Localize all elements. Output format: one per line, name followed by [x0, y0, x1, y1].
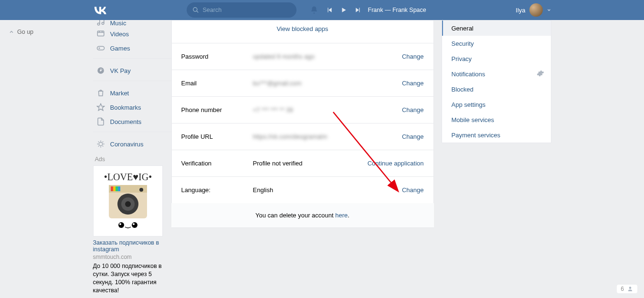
settings-panel: View blocked apps Password updated 9 mon… [171, 20, 434, 295]
prev-track-icon[interactable] [326, 7, 333, 13]
search-input[interactable] [203, 7, 279, 13]
sidebar-item-bookmarks[interactable]: Bookmarks [93, 100, 171, 114]
tab-label: Security [452, 40, 474, 47]
go-up-label: Go up [17, 29, 33, 35]
svg-point-26 [133, 223, 135, 225]
sidebar-item-vkpay[interactable]: ₽ VK Pay [93, 63, 171, 78]
notifications-icon[interactable] [310, 6, 318, 14]
setting-label: Language: [181, 186, 253, 194]
setting-row-url: Profile URL https://vk.com/deogramalm Ch… [172, 123, 433, 150]
gear-icon[interactable] [537, 70, 544, 77]
sidebar-item-games[interactable]: Games [93, 41, 171, 55]
tab-label: General [452, 25, 474, 32]
sidebar: Music Videos Games ₽ VK Pay Market [93, 20, 171, 295]
tab-label: Privacy [452, 55, 472, 62]
tab-general[interactable]: General [442, 21, 551, 36]
next-track-icon[interactable] [355, 7, 361, 13]
svg-point-2 [97, 23, 100, 25]
sidebar-item-market[interactable]: Market [93, 86, 171, 100]
svg-rect-5 [97, 46, 104, 50]
svg-rect-4 [97, 31, 104, 36]
svg-text:₽: ₽ [99, 68, 102, 72]
nav-separator [93, 81, 171, 81]
ad-block[interactable]: •LOVE♥IG• [93, 165, 171, 295]
ad-text: До 10 000 подписчиков в сутки. Запуск че… [93, 262, 171, 295]
delete-account-link[interactable]: here [335, 212, 348, 219]
svg-rect-22 [115, 219, 141, 228]
chevron-up-icon [9, 29, 14, 35]
svg-text:•LOVE♥IG•: •LOVE♥IG• [104, 172, 151, 182]
search-box[interactable] [187, 2, 296, 18]
tab-blocked[interactable]: Blocked [442, 82, 551, 97]
setting-row-password: Password updated 9 months ago Change [172, 43, 433, 70]
tab-label: Blocked [452, 86, 474, 93]
sidebar-item-music[interactable]: Music [93, 20, 171, 27]
bookmarks-icon [96, 103, 106, 112]
change-url-link[interactable]: Change [402, 133, 424, 140]
delete-account-row: You can delete your account here. [171, 203, 434, 228]
setting-row-language: Language: English Change [172, 177, 433, 203]
svg-rect-16 [116, 186, 118, 191]
svg-point-25 [119, 223, 121, 225]
user-menu[interactable]: Ilya [516, 3, 551, 17]
now-playing[interactable]: Frank — Frank Space [368, 7, 426, 13]
play-icon[interactable] [340, 7, 347, 13]
change-password-link[interactable]: Change [402, 53, 424, 60]
market-icon [96, 88, 106, 98]
svg-rect-17 [118, 186, 120, 191]
svg-point-21 [139, 188, 143, 192]
setting-label: Verification [181, 160, 253, 167]
sidebar-item-videos[interactable]: Videos [93, 27, 171, 41]
music-icon [96, 20, 106, 27]
nav-separator [93, 132, 171, 132]
svg-point-9 [99, 142, 103, 146]
tab-notifications[interactable]: Notifications [442, 66, 551, 82]
coronavirus-icon [96, 139, 106, 149]
continue-application-link[interactable]: Continue application [368, 160, 424, 167]
change-phone-link[interactable]: Change [402, 106, 424, 113]
sidebar-item-label: Music [110, 20, 127, 27]
setting-label: Email [181, 80, 253, 87]
go-up-button[interactable]: Go up [9, 29, 33, 35]
user-icon [627, 286, 633, 292]
setting-label: Phone number [181, 106, 253, 113]
svg-marker-8 [97, 104, 104, 111]
search-icon [192, 7, 199, 13]
change-language-link[interactable]: Change [402, 186, 424, 194]
setting-row-verification: Verification Profile not verified Contin… [172, 150, 433, 177]
sidebar-item-label: VK Pay [110, 67, 131, 74]
setting-value: +7 *** *** ** 39 [253, 106, 402, 113]
nav-separator [93, 58, 171, 59]
setting-value: updated 9 months ago [253, 53, 402, 60]
ad-image: •LOVE♥IG• [93, 165, 163, 236]
tab-mobile-services[interactable]: Mobile services [442, 112, 551, 127]
tab-security[interactable]: Security [442, 36, 551, 51]
sidebar-item-documents[interactable]: Documents [93, 114, 171, 129]
view-blocked-apps-link[interactable]: View blocked apps [276, 25, 328, 32]
sidebar-item-label: Market [110, 90, 129, 97]
tab-app-settings[interactable]: App settings [442, 97, 551, 112]
svg-point-0 [193, 8, 197, 11]
sidebar-item-label: Coronavirus [110, 141, 144, 148]
vk-logo[interactable] [93, 3, 107, 17]
ad-domain: smmtouch.com [93, 254, 171, 260]
tab-label: Payment services [452, 132, 501, 139]
documents-icon [96, 117, 106, 126]
tab-label: Notifications [452, 71, 486, 78]
setting-row-phone: Phone number +7 *** *** ** 39 Change [172, 97, 433, 123]
change-email-link[interactable]: Change [402, 80, 424, 87]
user-name: Ilya [516, 7, 525, 14]
tab-label: App settings [452, 101, 486, 108]
ad-title[interactable]: Заказать подписчиков в instagram [93, 239, 171, 253]
tab-payment-services[interactable]: Payment services [442, 127, 551, 143]
games-icon [96, 43, 106, 53]
sidebar-item-label: Videos [110, 31, 129, 38]
svg-line-1 [196, 11, 198, 13]
svg-rect-14 [111, 186, 113, 191]
sidebar-item-coronavirus[interactable]: Coronavirus [93, 137, 171, 151]
tab-privacy[interactable]: Privacy [442, 51, 551, 66]
avatar [529, 3, 543, 17]
online-counter[interactable]: 6 [617, 285, 637, 293]
svg-point-24 [132, 222, 137, 228]
svg-point-23 [118, 222, 124, 228]
